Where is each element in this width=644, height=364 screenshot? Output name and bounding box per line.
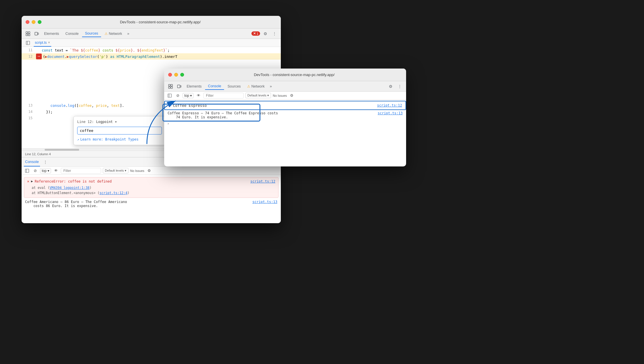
console-more-icon[interactable]: ⋮	[42, 159, 49, 165]
minimize-button-front[interactable]	[174, 73, 178, 77]
settings-icon-back[interactable]: ⚙	[261, 30, 269, 38]
minimize-button-back[interactable]	[32, 20, 35, 24]
code-line-12: 12 •• (▶document.▶querySelector('p') as …	[22, 53, 281, 60]
breakpoint-marker: ••	[36, 54, 42, 59]
svg-rect-8	[25, 169, 29, 172]
external-link-icon: ↗	[77, 138, 79, 141]
stack-line-2: at HTMLButtonElement.<anonymous> (script…	[32, 190, 129, 196]
svg-rect-1	[28, 32, 30, 33]
script-stack-link[interactable]: script.ts:12:4	[99, 191, 127, 195]
bp-type-select[interactable]: Logpoint ▾	[96, 120, 117, 124]
tab-more-front[interactable]: »	[268, 83, 274, 90]
device-icon[interactable]	[33, 30, 41, 38]
error-badge-back[interactable]: ✕ 1	[251, 31, 260, 36]
error-circle-icon: ✕	[27, 179, 29, 183]
error-stack: at eval (VM4394 logpoint:1:38) at HTMLBu…	[27, 185, 129, 196]
bp-popup-header: Line 12: Logpoint ▾	[77, 120, 162, 124]
coffee-espresso-log-entry: Coffee Espresso – 74 Euro – The Coffee E…	[164, 110, 406, 120]
eye-icon-front[interactable]: 👁	[195, 92, 202, 99]
breakpoint-popup: Line 12: Logpoint ▾ ↗ Learn more: Breakp…	[73, 116, 166, 145]
inspector-icon[interactable]	[24, 30, 32, 38]
sidebar-toggle-icon[interactable]	[24, 39, 32, 47]
close-button-front[interactable]	[168, 73, 172, 77]
svg-rect-2	[26, 34, 28, 36]
window-title-back: DevTools - consistent-source-map-pc.netl…	[44, 20, 277, 24]
console-output-back: ✕ ▶ ReferenceError: coffee is not define…	[22, 175, 281, 223]
code-line-11: 11 const text = `The ${coffee} costs ${p…	[22, 47, 281, 53]
settings-icon-console-front[interactable]: ⚙	[289, 92, 295, 99]
svg-rect-14	[177, 85, 180, 88]
learn-more-link[interactable]: ↗ Learn more: Breakpoint Types	[77, 137, 162, 141]
coffee-espresso-text: Coffee Espresso	[173, 103, 207, 108]
error-expand-icon[interactable]: ▶	[31, 179, 33, 183]
tab-right-front: ⚙ ⋮	[387, 82, 404, 90]
error-entry: ✕ ▶ ReferenceError: coffee is not define…	[24, 177, 279, 198]
filter-input-back[interactable]	[61, 168, 101, 174]
status-line-col: Line 12, Column 4	[25, 152, 51, 156]
badge-x-icon: ✕	[253, 32, 256, 35]
tab-elements-back[interactable]: Elements	[41, 31, 62, 37]
maximize-button-back[interactable]	[38, 20, 41, 24]
coffee-emoji-icon: ☕	[168, 103, 171, 108]
vm-link[interactable]: VM4394 logpoint:1:38	[50, 186, 89, 190]
no-issues-front: No Issues	[273, 94, 287, 97]
svg-rect-12	[168, 87, 170, 88]
log-text-americano: Coffee Americano – 86 Euro – The Coffee …	[25, 200, 127, 208]
file-tab-script[interactable]: script.ts ✕	[34, 39, 51, 47]
console-tab-label-back[interactable]: Console	[24, 158, 40, 166]
no-issues-back: No Issues	[130, 169, 144, 172]
maximize-button-front[interactable]	[180, 73, 184, 77]
block-icon-back[interactable]: ⊘	[32, 168, 38, 174]
console-filter-row-back: ⊘ top ▾ 👁 Default levels ▾ No Issues ⚙	[22, 167, 281, 175]
svg-rect-3	[28, 34, 30, 36]
svg-rect-15	[180, 86, 181, 87]
svg-rect-6	[26, 41, 30, 45]
coffee-espresso-link[interactable]: script.ts:12	[377, 103, 402, 107]
tab-console-front[interactable]: Console	[205, 83, 224, 90]
devtools-tabs-front: Elements Console Sources ⚠ Network » ⚙ ⋮	[164, 81, 406, 92]
device-icon-front[interactable]	[175, 82, 183, 90]
tab-more-back[interactable]: »	[126, 30, 131, 37]
levels-button-back[interactable]: Default levels ▾	[103, 168, 128, 173]
tab-console-back[interactable]: Console	[62, 31, 82, 37]
console-filter-row-front: ⊘ top ▾ 👁 Default levels ▾ No Issues ⚙	[164, 92, 406, 100]
error-message: ReferenceError: coffee is not defined	[35, 179, 249, 183]
coffee-espresso-log-text: Coffee Espresso – 74 Euro – The Coffee E…	[168, 111, 378, 119]
warning-icon-back: ⚠	[105, 32, 108, 36]
more-icon-front[interactable]: ⋮	[396, 82, 404, 90]
error-link-script[interactable]: script.ts:12	[250, 179, 275, 183]
svg-rect-10	[168, 84, 170, 86]
svg-rect-4	[35, 32, 37, 35]
tab-network-back[interactable]: ⚠ Network	[102, 31, 125, 37]
coffee-espresso-log-link[interactable]: script.ts:13	[378, 111, 403, 115]
tab-sources-front[interactable]: Sources	[225, 83, 244, 90]
sidebar-icon-front[interactable]	[166, 92, 173, 99]
tab-elements-front[interactable]: Elements	[184, 83, 204, 90]
tab-sources-back[interactable]: Sources	[82, 30, 101, 37]
filter-input-front[interactable]	[203, 93, 244, 98]
chevron-icon-front[interactable]: ›	[164, 120, 406, 127]
top-selector-back[interactable]: top ▾	[40, 168, 51, 173]
devtools-tabs-back: Elements Console Sources ⚠ Network » ✕ 1…	[22, 29, 281, 39]
svg-rect-11	[171, 84, 173, 86]
file-close-icon[interactable]: ✕	[48, 41, 50, 44]
log-link-americano[interactable]: script.ts:13	[252, 200, 277, 208]
more-icon-back[interactable]: ⋮	[270, 30, 279, 38]
inspector-icon-front[interactable]	[166, 82, 175, 90]
coffee-espresso-content: ☕ Coffee Espresso	[168, 103, 207, 108]
svg-rect-13	[171, 87, 173, 88]
bp-expression-input[interactable]	[77, 127, 162, 134]
titlebar-back: DevTools - consistent-source-map-pc.netl…	[22, 16, 281, 29]
settings-icon-front[interactable]: ⚙	[387, 82, 395, 90]
sidebar-icon-back[interactable]	[24, 168, 30, 174]
block-icon-front[interactable]: ⊘	[175, 92, 181, 99]
tab-right-back: ✕ 1 ⚙ ⋮	[251, 30, 279, 38]
levels-button-front[interactable]: Default levels ▾	[245, 93, 271, 98]
eye-icon-back[interactable]: 👁	[53, 168, 59, 174]
log-entry-americano-content: Coffee Americano – 86 Euro – The Coffee …	[25, 200, 277, 208]
top-selector-front[interactable]: top ▾	[183, 93, 194, 98]
bp-line-label: Line 12:	[77, 120, 94, 124]
close-button-back[interactable]	[26, 20, 29, 24]
tab-network-front[interactable]: ⚠ Network	[244, 83, 268, 90]
settings-icon-console-back[interactable]: ⚙	[146, 168, 152, 174]
